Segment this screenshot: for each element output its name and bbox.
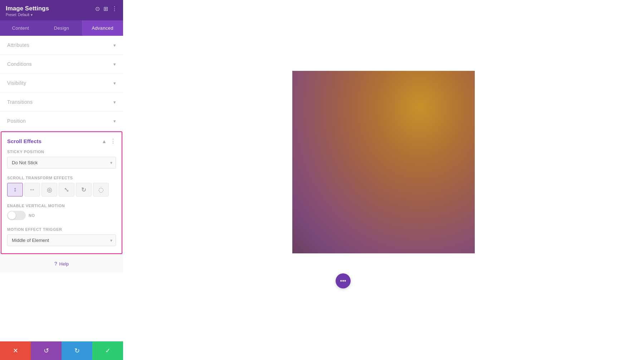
more-icon[interactable]: ⋮ xyxy=(112,5,117,12)
tab-advanced[interactable]: Advanced xyxy=(82,20,123,36)
scroll-effects-title: Scroll Effects xyxy=(7,138,42,144)
redo-button[interactable]: ↻ xyxy=(62,341,92,360)
sticky-position-select-wrapper: Do Not Stick Stick to Top Stick to Botto… xyxy=(7,157,116,169)
canvas-area: ••• xyxy=(123,0,644,360)
preview-image xyxy=(292,71,475,253)
help-label[interactable]: Help xyxy=(59,261,69,267)
scroll-effects-controls: ▲ ⋮ xyxy=(102,138,116,145)
scroll-transform-field: Scroll Transform Effects ↕ ↔ ◎ ⤡ xyxy=(7,176,116,196)
vertical-motion-label: Enable Vertical Motion xyxy=(7,204,116,208)
sidebar-body: Attributes ▾ Conditions ▾ Visibility ▾ T… xyxy=(0,36,123,341)
transform-scale-btn[interactable]: ⤡ xyxy=(59,183,74,196)
sticky-position-select[interactable]: Do Not Stick Stick to Top Stick to Botto… xyxy=(7,157,116,169)
scroll-effects-header: Scroll Effects ▲ ⋮ xyxy=(1,132,122,150)
transform-blur-btn[interactable]: ◌ xyxy=(93,183,109,196)
cancel-icon: ✕ xyxy=(13,347,18,355)
vertical-motion-field: Enable Vertical Motion NO xyxy=(7,204,116,220)
conditions-header[interactable]: Conditions ▾ xyxy=(0,55,123,73)
blur-icon: ◌ xyxy=(98,186,104,194)
transitions-label: Transitions xyxy=(7,99,33,105)
preset-arrow-icon: ▾ xyxy=(31,13,33,17)
section-position: Position ▾ xyxy=(0,112,123,131)
section-transitions: Transitions ▾ xyxy=(0,93,123,112)
conditions-chevron-icon: ▾ xyxy=(113,62,116,67)
tab-bar: Content Design Advanced xyxy=(0,20,123,36)
scroll-effects-section: Scroll Effects ▲ ⋮ Sticky Position Do No… xyxy=(1,131,122,254)
scroll-effects-more-icon[interactable]: ⋮ xyxy=(110,138,116,145)
vertical-motion-toggle-row: NO xyxy=(7,211,116,220)
floating-dots-icon: ••• xyxy=(340,278,346,284)
position-chevron-icon: ▾ xyxy=(113,118,116,124)
vertical-motion-toggle[interactable] xyxy=(7,211,26,220)
scroll-transform-label: Scroll Transform Effects xyxy=(7,176,116,180)
sidebar: Image Settings ⊙ ⊞ ⋮ Preset: Default ▾ C… xyxy=(0,0,123,360)
transform-horizontal-btn[interactable]: ↔ xyxy=(24,183,40,196)
sidebar-footer: ✕ ↺ ↻ ✓ xyxy=(0,341,123,360)
sticky-position-label: Sticky Position xyxy=(7,150,116,154)
vertical-motion-icon: ↕ xyxy=(14,186,17,193)
horizontal-motion-icon: ↔ xyxy=(29,186,35,193)
position-header[interactable]: Position ▾ xyxy=(0,112,123,130)
tab-content[interactable]: Content xyxy=(0,20,41,36)
attributes-chevron-icon: ▾ xyxy=(113,43,116,48)
preset-label[interactable]: Preset: Default ▾ xyxy=(6,13,117,17)
layout-icon[interactable]: ⊞ xyxy=(103,5,108,12)
sidebar-title: Image Settings xyxy=(6,5,49,12)
redo-icon: ↻ xyxy=(74,347,80,355)
transitions-header[interactable]: Transitions ▾ xyxy=(0,93,123,111)
section-conditions: Conditions ▾ xyxy=(0,55,123,74)
transform-fade-btn[interactable]: ◎ xyxy=(42,183,57,196)
floating-action-button[interactable]: ••• xyxy=(336,273,351,288)
transitions-chevron-icon: ▾ xyxy=(113,99,116,105)
attributes-label: Attributes xyxy=(7,42,29,48)
header-icons: ⊙ ⊞ ⋮ xyxy=(95,5,117,12)
undo-button[interactable]: ↺ xyxy=(31,341,62,360)
conditions-label: Conditions xyxy=(7,61,32,67)
sidebar-header: Image Settings ⊙ ⊞ ⋮ Preset: Default ▾ xyxy=(0,0,123,20)
undo-icon: ↺ xyxy=(44,347,49,355)
sticky-position-field: Sticky Position Do Not Stick Stick to To… xyxy=(7,150,116,169)
motion-trigger-label: Motion Effect Trigger xyxy=(7,227,116,232)
motion-trigger-select-wrapper: Middle of Element Top of Element Bottom … xyxy=(7,234,116,246)
help-section: ? Help xyxy=(0,255,123,272)
toggle-knob xyxy=(8,211,16,219)
transform-vertical-btn[interactable]: ↕ xyxy=(7,183,23,196)
visibility-chevron-icon: ▾ xyxy=(113,81,116,86)
save-button[interactable]: ✓ xyxy=(92,341,123,360)
visibility-header[interactable]: Visibility ▾ xyxy=(0,74,123,92)
transform-rotate-btn[interactable]: ↻ xyxy=(76,183,92,196)
position-label: Position xyxy=(7,118,26,124)
scale-icon: ⤡ xyxy=(64,186,69,194)
scroll-effects-collapse-icon[interactable]: ▲ xyxy=(102,138,107,144)
fade-icon: ◎ xyxy=(47,186,52,194)
section-visibility: Visibility ▾ xyxy=(0,74,123,93)
save-icon: ✓ xyxy=(105,347,111,355)
motion-trigger-select[interactable]: Middle of Element Top of Element Bottom … xyxy=(7,234,116,246)
transform-icons-row: ↕ ↔ ◎ ⤡ ↻ xyxy=(7,183,116,196)
main-content: ••• xyxy=(123,0,644,360)
rotate-icon: ↻ xyxy=(81,186,86,194)
scroll-effects-body: Sticky Position Do Not Stick Stick to To… xyxy=(1,150,122,253)
visibility-label: Visibility xyxy=(7,80,26,86)
toggle-no-label: NO xyxy=(29,213,35,218)
motion-trigger-field: Motion Effect Trigger Middle of Element … xyxy=(7,227,116,246)
settings-icon[interactable]: ⊙ xyxy=(95,5,100,12)
section-attributes: Attributes ▾ xyxy=(0,36,123,55)
tab-design[interactable]: Design xyxy=(41,20,82,36)
cancel-button[interactable]: ✕ xyxy=(0,341,31,360)
attributes-header[interactable]: Attributes ▾ xyxy=(0,36,123,54)
help-icon: ? xyxy=(54,261,57,267)
